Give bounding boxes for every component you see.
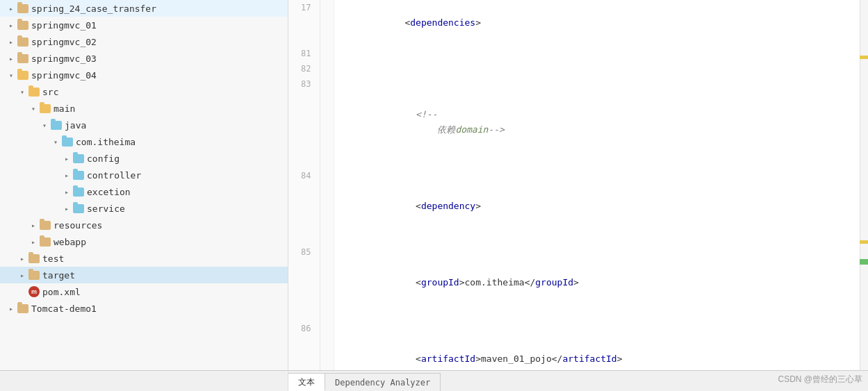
code-content-83[interactable]: <!-- 依赖domain--> <box>334 76 868 168</box>
tree-label-spring24: spring_24_case_transfer <box>31 3 156 14</box>
tree-label-springmvc01: springmvc_01 <box>31 20 97 31</box>
scroll-mark-yellow-1 <box>860 56 868 59</box>
gutter-17 <box>320 0 334 46</box>
file-tree-scroll[interactable]: spring_24_case_transfer springmvc_01 spr… <box>0 0 288 370</box>
code-row-82: 82 <box>288 61 868 76</box>
line-num-86: 86 <box>288 321 320 370</box>
folder-icon-spring24 <box>17 4 29 13</box>
tree-item-controller[interactable]: controller <box>0 167 288 183</box>
tree-item-config[interactable]: config <box>0 150 288 167</box>
folder-icon-excetion <box>72 188 85 197</box>
tree-label-resources: resources <box>54 220 102 231</box>
editor-scroll-area[interactable]: 17 <dependencies> 81 82 <box>288 0 868 370</box>
tree-arrow-spring24 <box>6 5 17 13</box>
watermark: CSDN @曾经的三心草 <box>778 374 862 385</box>
folder-icon-webapp <box>39 238 51 247</box>
folder-icon-springmvc01 <box>17 21 29 30</box>
tab-text[interactable]: 文本 <box>288 373 325 391</box>
scrollbar-area[interactable] <box>860 0 868 370</box>
tree-label-springmvc02: springmvc_02 <box>31 37 97 47</box>
tree-label-src: src <box>42 87 58 97</box>
line-num-83: 83 <box>288 76 320 168</box>
tree-label-test: test <box>42 253 64 264</box>
code-content-85[interactable]: <groupId>com.itheima</groupId> <box>334 244 868 321</box>
tree-arrow-springmvc01 <box>6 22 17 29</box>
tree-label-config: config <box>87 153 120 164</box>
gutter-81 <box>320 46 334 61</box>
file-tree-panel: spring_24_case_transfer springmvc_01 spr… <box>0 0 288 391</box>
gutter-83 <box>320 76 334 168</box>
folder-icon-tomcat <box>17 304 29 313</box>
tree-item-pom-xml[interactable]: m pom.xml <box>0 283 288 300</box>
tree-label-target: target <box>42 270 75 281</box>
tree-label-springmvc04: springmvc_04 <box>31 70 97 81</box>
gutter-84 <box>320 168 334 244</box>
tree-item-tomcat-demo1[interactable]: Tomcat-demo1 <box>0 300 288 317</box>
tree-arrow-springmvc02 <box>6 38 17 46</box>
tree-item-service[interactable]: service <box>0 200 288 217</box>
tree-item-springmvc03[interactable]: springmvc_03 <box>0 50 288 67</box>
tree-label-webapp: webapp <box>54 237 86 247</box>
tree-item-main[interactable]: main <box>0 100 288 117</box>
tree-label-com-itheima: com.itheima <box>76 137 136 147</box>
code-content-17[interactable]: <dependencies> <box>334 0 868 46</box>
folder-icon-service <box>72 204 85 213</box>
tree-item-resources[interactable]: resources <box>0 217 288 233</box>
code-content-81[interactable] <box>334 46 868 61</box>
tree-item-test[interactable]: test <box>0 250 288 267</box>
tree-item-webapp[interactable]: webapp <box>0 233 288 250</box>
code-table: 17 <dependencies> 81 82 <box>288 0 868 370</box>
folder-icon-target <box>28 271 40 280</box>
folder-icon-config <box>72 154 85 163</box>
code-row-86: 86 <artifactId>maven_01_pojo</artifactId… <box>288 321 868 370</box>
tree-arrow-java <box>39 122 50 129</box>
tree-arrow-config <box>61 155 72 163</box>
tree-arrow-springmvc04 <box>6 72 17 79</box>
code-row-81: 81 <box>288 46 868 61</box>
tree-arrow-target <box>17 272 28 279</box>
gutter-86 <box>320 321 334 370</box>
tree-arrow-resources <box>28 222 39 229</box>
code-row-83: 83 <!-- 依赖domain--> <box>288 76 868 168</box>
tree-item-springmvc02[interactable]: springmvc_02 <box>0 33 288 50</box>
tree-item-com-itheima[interactable]: com.itheima <box>0 133 288 150</box>
code-content-84[interactable]: <dependency> <box>334 168 868 244</box>
tree-item-springmvc01[interactable]: springmvc_01 <box>0 17 288 33</box>
tree-item-excetion[interactable]: excetion <box>0 183 288 200</box>
folder-icon-springmvc03 <box>17 54 29 63</box>
tree-item-src[interactable]: src <box>0 83 288 100</box>
sidebar-bottom-tabs <box>0 370 288 391</box>
code-row-84: 84 <dependency> <box>288 168 868 244</box>
code-content-86[interactable]: <artifactId>maven_01_pojo</artifactId> <box>334 321 868 370</box>
line-num-84: 84 <box>288 168 320 244</box>
tab-dependency-analyzer[interactable]: Dependency Analyzer <box>325 373 441 391</box>
tree-label-tomcat: Tomcat-demo1 <box>31 303 97 314</box>
tree-arrow-tomcat <box>6 305 17 313</box>
code-content-82[interactable] <box>334 61 868 76</box>
folder-icon-test <box>28 254 40 263</box>
gutter-85 <box>320 244 334 321</box>
tree-arrow-test <box>17 255 28 263</box>
tree-label-java: java <box>65 120 86 131</box>
scroll-mark-yellow-2 <box>860 240 868 244</box>
folder-icon-springmvc04 <box>17 71 29 80</box>
folder-icon-springmvc02 <box>17 38 29 47</box>
tree-label-pom: pom.xml <box>42 287 81 297</box>
folder-icon-resources <box>39 221 51 230</box>
tree-arrow-springmvc03 <box>6 55 17 63</box>
tree-item-target[interactable]: target <box>0 267 288 283</box>
tree-arrow-com-itheima <box>50 138 61 146</box>
folder-icon-controller <box>72 171 85 180</box>
gutter-82 <box>320 61 334 76</box>
line-num-82: 82 <box>288 61 320 76</box>
tree-item-springmvc04[interactable]: springmvc_04 <box>0 67 288 83</box>
tree-item-java[interactable]: java <box>0 117 288 133</box>
line-num-85: 85 <box>288 244 320 321</box>
tree-arrow-service <box>61 205 72 213</box>
tree-item-spring24[interactable]: spring_24_case_transfer <box>0 0 288 17</box>
tree-arrow-src <box>17 88 28 96</box>
tree-label-main: main <box>54 103 75 114</box>
tree-arrow-controller <box>61 172 72 179</box>
tree-label-excetion: excetion <box>87 187 131 197</box>
tree-label-controller: controller <box>87 170 141 181</box>
